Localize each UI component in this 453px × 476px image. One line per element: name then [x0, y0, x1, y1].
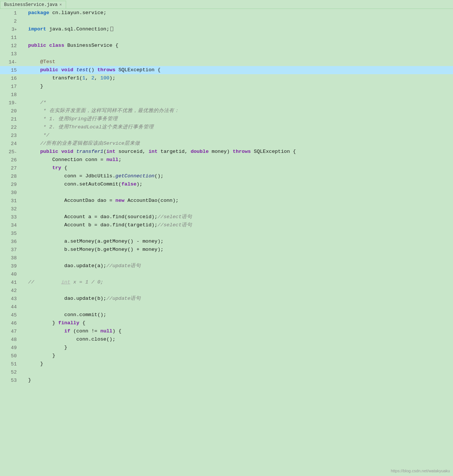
code-line: package cn.liayun.service;	[27, 9, 453, 17]
line-marker	[20, 172, 27, 180]
code-line	[27, 17, 453, 25]
line-number: 24	[0, 139, 20, 148]
line-marker	[20, 82, 27, 91]
table-row: 21 * 1. 使用Spring进行事务管理	[0, 115, 453, 123]
code-line: }	[27, 344, 453, 352]
code-line	[27, 50, 453, 58]
line-marker	[20, 295, 27, 303]
code-line: AccountDao dao = new AccountDao(conn);	[27, 197, 453, 205]
table-row: 41 // int x = 1 / 0;	[0, 278, 453, 286]
code-line: public class BusinessService {	[27, 42, 453, 50]
table-row: 50 }	[0, 352, 453, 360]
line-marker	[20, 25, 27, 33]
code-line	[27, 286, 453, 295]
line-marker	[20, 9, 27, 17]
line-number: 3+	[0, 25, 20, 33]
line-number: 15	[0, 66, 20, 74]
table-row: 14- @Test	[0, 58, 453, 66]
code-line: a.setMoney(a.getMoney() - money);	[27, 237, 453, 246]
table-row: 43 dao.update(b);//update语句	[0, 295, 453, 303]
code-line: }	[27, 82, 453, 91]
code-line: }	[27, 352, 453, 360]
line-marker	[20, 368, 27, 376]
code-line	[27, 254, 453, 262]
table-row: 17 }	[0, 82, 453, 91]
table-row: 44	[0, 303, 453, 311]
line-marker	[20, 131, 27, 139]
line-number: 33	[0, 213, 20, 221]
close-tab-button[interactable]: ×	[59, 3, 62, 7]
code-line: * 1. 使用Spring进行事务管理	[27, 115, 453, 123]
code-editor[interactable]: 1 package cn.liayun.service; 2 3+ import…	[0, 9, 453, 476]
table-row: 12 public class BusinessService {	[0, 42, 453, 50]
table-row: 36 a.setMoney(a.getMoney() - money);	[0, 237, 453, 246]
code-line	[27, 33, 453, 42]
line-marker	[20, 360, 27, 368]
code-line	[27, 229, 453, 237]
line-marker	[20, 327, 27, 335]
code-line: Account b = dao.find(targetid);//select语…	[27, 221, 453, 229]
code-line: try {	[27, 164, 453, 172]
code-line: /*	[27, 99, 453, 107]
code-line: }	[27, 360, 453, 368]
watermark: https://blog.csdn.net/watakyuaku	[391, 469, 450, 473]
table-row: 48 conn.close();	[0, 335, 453, 344]
table-row: 31 AccountDao dao = new AccountDao(conn)…	[0, 197, 453, 205]
line-marker	[20, 335, 27, 344]
table-row: 27 try {	[0, 164, 453, 172]
line-marker	[20, 66, 27, 74]
file-tab[interactable]: BusinessService.java ×	[0, 1, 66, 9]
line-number: 31	[0, 197, 20, 205]
code-line: Connection conn = null;	[27, 156, 453, 164]
table-row: 51 }	[0, 360, 453, 368]
line-number: 28	[0, 172, 20, 180]
code-line: dao.update(b);//update语句	[27, 295, 453, 303]
line-marker	[20, 148, 27, 156]
line-marker	[20, 115, 27, 123]
line-number: 23	[0, 131, 20, 139]
line-number: 27	[0, 164, 20, 172]
line-marker	[20, 344, 27, 352]
table-row: 34 Account b = dao.find(targetid);//sele…	[0, 221, 453, 229]
line-marker	[20, 270, 27, 278]
tab-bar: BusinessService.java ×	[0, 0, 453, 9]
code-line: if (conn != null) {	[27, 327, 453, 335]
line-marker	[20, 303, 27, 311]
table-row: 30	[0, 188, 453, 197]
line-number: 2	[0, 17, 20, 25]
table-row: 24 //所有的业务逻辑都应该由Service层来做	[0, 139, 453, 148]
table-row: 49 }	[0, 344, 453, 352]
line-number: 25-	[0, 148, 20, 156]
line-number: 22	[0, 123, 20, 131]
line-marker	[20, 311, 27, 319]
line-number: 17	[0, 82, 20, 91]
line-marker	[20, 237, 27, 246]
table-row: 40	[0, 270, 453, 278]
line-number: 19-	[0, 99, 20, 107]
ide-window: BusinessService.java × 1 package cn.liay…	[0, 0, 453, 476]
line-marker	[20, 352, 27, 360]
table-row: 2	[0, 17, 453, 25]
table-row: 26 Connection conn = null;	[0, 156, 453, 164]
line-marker	[20, 139, 27, 148]
line-number: 47	[0, 327, 20, 335]
table-row: 16 transfer1(1, 2, 100);	[0, 74, 453, 82]
line-number: 29	[0, 180, 20, 188]
code-line: Account a = dao.find(sourceid);//select语…	[27, 213, 453, 221]
table-row: 3+ import java.sql.Connection;	[0, 25, 453, 33]
table-row: 35	[0, 229, 453, 237]
code-line	[27, 188, 453, 197]
line-marker	[20, 99, 27, 107]
line-number: 20	[0, 107, 20, 115]
table-row: 53 }	[0, 376, 453, 384]
code-line: import java.sql.Connection;	[27, 25, 453, 33]
line-number: 41	[0, 278, 20, 286]
table-row: 45 conn.commit();	[0, 311, 453, 319]
line-marker	[20, 205, 27, 213]
table-row: 38	[0, 254, 453, 262]
line-number: 1	[0, 9, 20, 17]
line-marker	[20, 376, 27, 384]
code-line: // int x = 1 / 0;	[27, 278, 453, 286]
tab-filename: BusinessService.java	[4, 2, 58, 7]
line-marker	[20, 254, 27, 262]
